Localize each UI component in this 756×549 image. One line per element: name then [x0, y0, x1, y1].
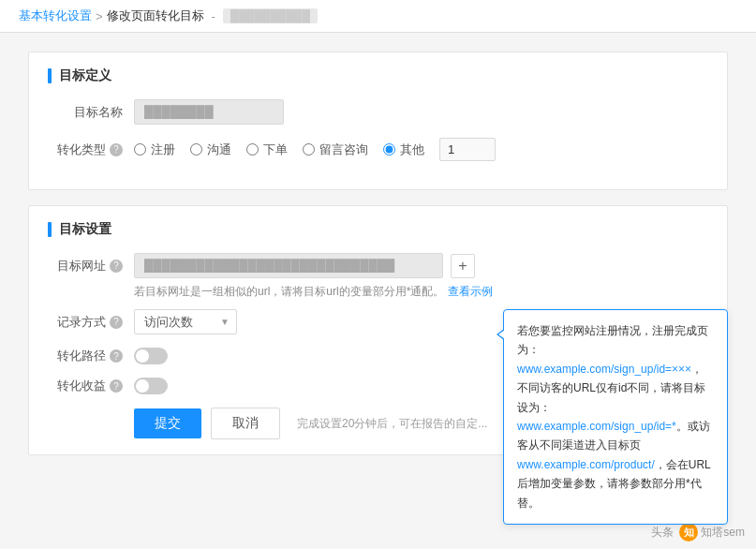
watermark-source: 头条	[651, 525, 674, 541]
label-name: 目标名称	[48, 104, 123, 121]
label-path: 转化路径 ?	[48, 348, 123, 364]
watermark-circle: 知	[679, 523, 698, 542]
radio-label-other: 其他	[400, 141, 424, 158]
url-helper-text: 若目标网址是一组相似的url，请将目标url的变量部分用*通配。 查看示例	[134, 284, 708, 300]
radio-label-register: 注册	[151, 141, 175, 158]
tooltip-product: www.example.com/product/	[517, 458, 655, 471]
label-record: 记录方式 ?	[48, 314, 123, 331]
submit-button[interactable]: 提交	[134, 408, 201, 438]
url-add-button[interactable]: +	[451, 254, 475, 278]
action-note: 完成设置20分钟后，可在报告的自定...	[297, 416, 487, 432]
record-select[interactable]: 访问次数 唯一用户	[134, 309, 237, 334]
radio-item-order[interactable]: 下单	[246, 141, 288, 158]
section-goal-definition: 目标定义 目标名称 转化类型 ? 注册 沟通	[28, 52, 728, 190]
radio-item-register[interactable]: 注册	[134, 141, 175, 158]
label-revenue: 转化收益 ?	[48, 378, 123, 394]
watermark: 头条 知 知塔sem	[651, 523, 745, 542]
tooltip-popup: 若您要监控网站注册情况，注册完成页为：www.example.com/sign_…	[503, 309, 728, 525]
radio-communicate[interactable]	[190, 143, 202, 156]
watermark-logo: 知 知塔sem	[679, 523, 745, 542]
radio-label-order: 下单	[263, 141, 288, 158]
breadcrumb-dash: -	[212, 9, 215, 23]
section1-title: 目标定义	[48, 67, 708, 84]
radio-item-inquiry[interactable]: 留言咨询	[303, 141, 368, 158]
record-select-wrap: 访问次数 唯一用户 ▼	[134, 309, 237, 334]
breadcrumb-id: ██████████	[223, 8, 318, 23]
breadcrumb-current: 修改页面转化目标	[107, 7, 204, 24]
radio-item-other[interactable]: 其他	[383, 141, 424, 158]
other-value-input[interactable]	[439, 138, 496, 161]
radio-register[interactable]	[134, 143, 146, 156]
breadcrumb-sep: >	[96, 9, 103, 23]
section2-title: 目标设置	[48, 221, 708, 238]
revenue-toggle[interactable]	[134, 378, 168, 394]
path-help-icon[interactable]: ?	[110, 349, 123, 363]
conversion-type-help-icon[interactable]: ?	[110, 143, 123, 156]
radio-inquiry[interactable]	[303, 143, 315, 156]
view-example-link[interactable]: 查看示例	[448, 285, 493, 298]
revenue-help-icon[interactable]: ?	[110, 379, 123, 393]
url-input-row: +	[134, 253, 475, 278]
radio-label-inquiry: 留言咨询	[319, 141, 368, 158]
cancel-button[interactable]: 取消	[211, 408, 280, 439]
form-row-url: 目标网址 ? +	[48, 253, 708, 278]
breadcrumb-bar: 基本转化设置 > 修改页面转化目标 - ██████████	[0, 0, 756, 33]
name-input[interactable]	[134, 99, 284, 125]
form-row-name: 目标名称	[48, 99, 708, 125]
label-url: 目标网址 ?	[48, 258, 123, 274]
main-content: 目标定义 目标名称 转化类型 ? 注册 沟通	[0, 33, 756, 547]
label-conversion-type: 转化类型 ?	[48, 141, 123, 158]
record-help-icon[interactable]: ?	[110, 316, 123, 329]
tooltip-target: www.example.com/sign_up/id=*	[517, 420, 676, 433]
form-row-conversion-type: 转化类型 ? 注册 沟通 下单 留言咨询	[48, 138, 708, 161]
breadcrumb-link[interactable]: 基本转化设置	[19, 7, 92, 24]
radio-order[interactable]	[246, 143, 259, 156]
path-toggle[interactable]	[134, 348, 168, 364]
radio-group-conversion: 注册 沟通 下单 留言咨询 其他	[134, 138, 496, 161]
radio-label-communicate: 沟通	[207, 141, 231, 158]
tooltip-text: www.example.com/sign_up/id=×××	[517, 363, 691, 376]
watermark-brand: 知塔sem	[701, 525, 745, 541]
url-help-icon[interactable]: ?	[110, 260, 123, 273]
radio-other[interactable]	[383, 143, 395, 156]
url-input[interactable]	[134, 253, 443, 278]
radio-item-communicate[interactable]: 沟通	[190, 141, 231, 158]
